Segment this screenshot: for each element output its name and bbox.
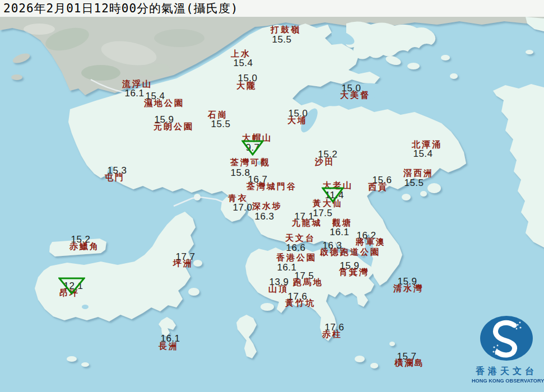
station-name: 石崗 xyxy=(208,111,228,119)
station-value: 15.8 xyxy=(230,168,250,178)
hko-logo: 香港天文台 HONG KONG OBSERVATORY xyxy=(471,315,542,384)
station-value: 9.7 xyxy=(245,143,259,152)
station-name: 大老山 xyxy=(323,181,353,190)
hko-logo-icon xyxy=(478,315,534,363)
station-name: 長洲 xyxy=(159,342,179,351)
station-name: 黃竹坑 xyxy=(285,299,315,307)
station-value: 16.1 xyxy=(329,227,349,237)
hko-logo-english: HONG KONG OBSERVATORY xyxy=(472,377,541,384)
station-name: 青衣 xyxy=(228,194,248,203)
station-name: 赤鱲角 xyxy=(69,242,100,251)
station-value: 15.5 xyxy=(404,178,424,188)
station-value: 15.4 xyxy=(233,58,253,68)
station-name: 九龍城 xyxy=(292,219,322,227)
page-title: 2026年2月01日12時00分的氣溫(攝氏度) xyxy=(3,0,238,17)
station-name: 香港公園 xyxy=(276,254,317,262)
title-bar: 2026年2月01日12時00分的氣溫(攝氏度) xyxy=(0,0,544,17)
temperature-map-page: 2026年2月01日12時00分的氣溫(攝氏度) 15.5打鼓嶺15.4上水15… xyxy=(0,0,544,392)
station-name: 橫瀾島 xyxy=(394,359,425,367)
station-name: 元朗公園 xyxy=(154,123,194,131)
station-name: 荃灣城門谷 xyxy=(247,183,297,191)
station-name: 黃大仙 xyxy=(313,199,343,208)
hko-logo-chinese: 香港天文台 xyxy=(471,366,542,377)
station-name: 大隴 xyxy=(236,82,257,90)
station-value: 15.5 xyxy=(272,35,291,44)
station-value: 17.5 xyxy=(313,208,332,218)
station-name: 上水 xyxy=(231,50,251,58)
station-name: 西貢 xyxy=(368,183,388,192)
station-name: 流浮山 xyxy=(122,80,152,88)
station-name: 滘西洲 xyxy=(403,169,434,178)
station-name: 濕地公園 xyxy=(144,99,184,108)
station-name: 天文台 xyxy=(285,234,315,242)
station-name: 筲箕灣 xyxy=(339,268,369,277)
station-name: 沙田 xyxy=(315,158,335,166)
station-value: 15.4 xyxy=(413,149,433,158)
station-name: 北潭涌 xyxy=(412,141,442,149)
station-value: 16.3 xyxy=(254,212,274,221)
station-name: 打鼓嶺 xyxy=(271,26,301,34)
station-name: 跑馬地 xyxy=(293,278,323,287)
station-value: 15.5 xyxy=(211,119,230,129)
station-value: 17.0 xyxy=(233,203,252,212)
station-name: 屯門 xyxy=(105,174,125,182)
station-name: 山頂 xyxy=(268,285,289,293)
station-name: 荃灣可觀 xyxy=(230,158,271,167)
station-name: 昂坪 xyxy=(59,289,80,297)
station-name: 啟德跑道公園 xyxy=(320,248,380,256)
station-name: 赤柱 xyxy=(322,330,342,339)
station-value: 16.6 xyxy=(286,243,305,253)
station-name: 清水灣 xyxy=(393,284,424,293)
station-name: 大美督 xyxy=(340,91,370,100)
station-value: 16.1 xyxy=(277,263,296,272)
station-name: 大帽山 xyxy=(242,134,272,142)
station-name: 大埔 xyxy=(287,116,308,125)
station-name: 坪洲 xyxy=(173,259,193,268)
station-name: 深水埗 xyxy=(252,202,282,211)
station-value: 16.1 xyxy=(124,88,144,98)
station-name: 觀塘 xyxy=(332,219,352,227)
station-name: 將軍澳 xyxy=(356,238,386,246)
station-layer: 15.5打鼓嶺15.4上水15.0大隴15.0大美督16.1流浮山15.4濕地公… xyxy=(0,0,544,392)
